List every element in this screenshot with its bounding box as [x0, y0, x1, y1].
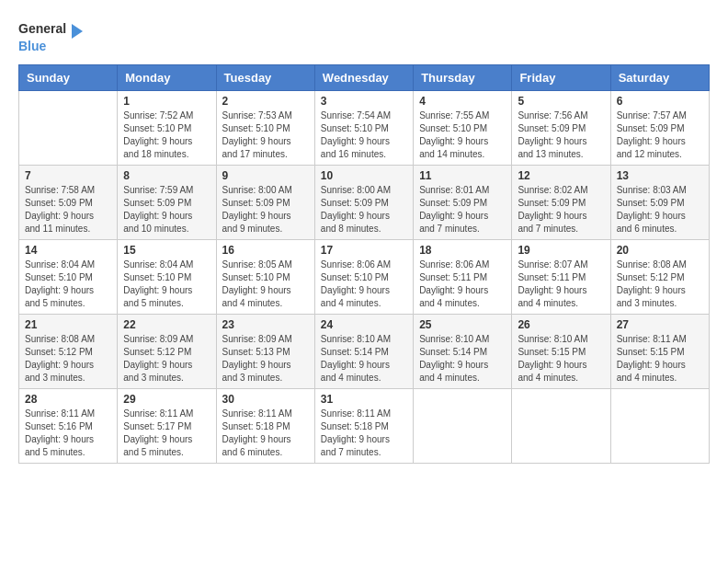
header-wednesday: Wednesday — [314, 65, 413, 91]
day-number: 21 — [25, 318, 111, 331]
calendar-cell-w4-d2: 22Sunrise: 8:09 AMSunset: 5:12 PMDayligh… — [118, 315, 216, 389]
day-number: 18 — [419, 244, 506, 257]
day-number: 16 — [222, 244, 309, 257]
header-friday: Friday — [512, 65, 610, 91]
day-number: 4 — [419, 95, 506, 108]
svg-marker-1 — [72, 24, 83, 39]
day-info: Sunrise: 8:08 AMSunset: 5:12 PMDaylight:… — [617, 259, 703, 310]
day-number: 15 — [123, 244, 210, 257]
day-info: Sunrise: 8:00 AMSunset: 5:09 PMDaylight:… — [321, 184, 407, 236]
day-number: 25 — [419, 318, 506, 331]
calendar-cell-w5-d5 — [414, 389, 512, 464]
calendar-cell-w3-d4: 17Sunrise: 8:06 AMSunset: 5:10 PMDayligh… — [314, 240, 413, 315]
calendar-cell-w1-d5: 4Sunrise: 7:55 AMSunset: 5:10 PMDaylight… — [414, 91, 512, 166]
day-info: Sunrise: 8:11 AMSunset: 5:18 PMDaylight:… — [321, 408, 407, 459]
page-header: GeneralBlue — [18, 18, 710, 55]
calendar-cell-w5-d6 — [512, 389, 610, 464]
day-info: Sunrise: 7:54 AMSunset: 5:10 PMDaylight:… — [321, 109, 407, 161]
day-number: 11 — [419, 169, 506, 182]
day-info: Sunrise: 8:03 AMSunset: 5:09 PMDaylight:… — [617, 184, 703, 236]
calendar-cell-w2-d4: 10Sunrise: 8:00 AMSunset: 5:09 PMDayligh… — [314, 166, 413, 240]
calendar-cell-w1-d3: 2Sunrise: 7:53 AMSunset: 5:10 PMDaylight… — [216, 91, 314, 166]
day-number: 17 — [321, 244, 407, 257]
day-number: 5 — [518, 95, 604, 108]
calendar-cell-w3-d1: 14Sunrise: 8:04 AMSunset: 5:10 PMDayligh… — [19, 240, 118, 315]
calendar-cell-w5-d1: 28Sunrise: 8:11 AMSunset: 5:16 PMDayligh… — [19, 389, 118, 464]
day-number: 27 — [617, 318, 703, 331]
day-number: 31 — [321, 393, 407, 406]
day-info: Sunrise: 8:05 AMSunset: 5:10 PMDaylight:… — [222, 259, 309, 310]
day-number: 14 — [25, 244, 111, 257]
day-number: 12 — [518, 169, 604, 182]
day-info: Sunrise: 8:06 AMSunset: 5:11 PMDaylight:… — [419, 259, 506, 310]
logo: GeneralBlue — [18, 18, 92, 55]
logo-svg: GeneralBlue — [18, 18, 92, 55]
calendar-cell-w5-d7 — [610, 389, 709, 464]
svg-text:General: General — [18, 21, 66, 36]
day-number: 30 — [222, 393, 309, 406]
calendar-cell-w4-d3: 23Sunrise: 8:09 AMSunset: 5:13 PMDayligh… — [216, 315, 314, 389]
day-info: Sunrise: 8:00 AMSunset: 5:09 PMDaylight:… — [222, 184, 309, 236]
calendar-cell-w2-d5: 11Sunrise: 8:01 AMSunset: 5:09 PMDayligh… — [414, 166, 512, 240]
calendar-cell-w1-d7: 6Sunrise: 7:57 AMSunset: 5:09 PMDaylight… — [610, 91, 709, 166]
calendar-cell-w3-d5: 18Sunrise: 8:06 AMSunset: 5:11 PMDayligh… — [414, 240, 512, 315]
day-info: Sunrise: 7:55 AMSunset: 5:10 PMDaylight:… — [419, 109, 506, 161]
day-number: 1 — [123, 95, 210, 108]
day-info: Sunrise: 8:06 AMSunset: 5:10 PMDaylight:… — [321, 259, 407, 310]
header-sunday: Sunday — [19, 65, 118, 91]
day-info: Sunrise: 8:07 AMSunset: 5:11 PMDaylight:… — [518, 259, 604, 310]
day-info: Sunrise: 7:58 AMSunset: 5:09 PMDaylight:… — [25, 184, 111, 236]
day-info: Sunrise: 8:04 AMSunset: 5:10 PMDaylight:… — [123, 259, 210, 310]
calendar-cell-w3-d3: 16Sunrise: 8:05 AMSunset: 5:10 PMDayligh… — [216, 240, 314, 315]
calendar-cell-w2-d1: 7Sunrise: 7:58 AMSunset: 5:09 PMDaylight… — [19, 166, 118, 240]
calendar-week-3: 14Sunrise: 8:04 AMSunset: 5:10 PMDayligh… — [19, 240, 710, 315]
day-info: Sunrise: 7:56 AMSunset: 5:09 PMDaylight:… — [518, 109, 604, 161]
day-number: 24 — [321, 318, 407, 331]
calendar-cell-w2-d6: 12Sunrise: 8:02 AMSunset: 5:09 PMDayligh… — [512, 166, 610, 240]
calendar-cell-w2-d7: 13Sunrise: 8:03 AMSunset: 5:09 PMDayligh… — [610, 166, 709, 240]
calendar-header-row: SundayMondayTuesdayWednesdayThursdayFrid… — [19, 65, 710, 91]
calendar-cell-w1-d1 — [19, 91, 118, 166]
day-number: 2 — [222, 95, 309, 108]
day-number: 13 — [617, 169, 703, 182]
calendar-week-2: 7Sunrise: 7:58 AMSunset: 5:09 PMDaylight… — [19, 166, 710, 240]
day-info: Sunrise: 8:02 AMSunset: 5:09 PMDaylight:… — [518, 184, 604, 236]
svg-text:Blue: Blue — [18, 39, 47, 53]
day-number: 6 — [617, 95, 703, 108]
day-info: Sunrise: 8:11 AMSunset: 5:17 PMDaylight:… — [123, 408, 210, 459]
header-monday: Monday — [118, 65, 216, 91]
day-number: 20 — [617, 244, 703, 257]
day-number: 22 — [123, 318, 210, 331]
calendar-week-4: 21Sunrise: 8:08 AMSunset: 5:12 PMDayligh… — [19, 315, 710, 389]
header-thursday: Thursday — [414, 65, 512, 91]
header-tuesday: Tuesday — [216, 65, 314, 91]
day-number: 26 — [518, 318, 604, 331]
day-info: Sunrise: 8:09 AMSunset: 5:12 PMDaylight:… — [123, 333, 210, 385]
day-number: 28 — [25, 393, 111, 406]
calendar-cell-w1-d4: 3Sunrise: 7:54 AMSunset: 5:10 PMDaylight… — [314, 91, 413, 166]
calendar-cell-w3-d6: 19Sunrise: 8:07 AMSunset: 5:11 PMDayligh… — [512, 240, 610, 315]
calendar-cell-w4-d5: 25Sunrise: 8:10 AMSunset: 5:14 PMDayligh… — [414, 315, 512, 389]
day-info: Sunrise: 7:59 AMSunset: 5:09 PMDaylight:… — [123, 184, 210, 236]
calendar-week-1: 1Sunrise: 7:52 AMSunset: 5:10 PMDaylight… — [19, 91, 710, 166]
day-info: Sunrise: 8:11 AMSunset: 5:18 PMDaylight:… — [222, 408, 309, 459]
calendar-cell-w2-d3: 9Sunrise: 8:00 AMSunset: 5:09 PMDaylight… — [216, 166, 314, 240]
calendar-cell-w3-d2: 15Sunrise: 8:04 AMSunset: 5:10 PMDayligh… — [118, 240, 216, 315]
day-number: 8 — [123, 169, 210, 182]
calendar-cell-w3-d7: 20Sunrise: 8:08 AMSunset: 5:12 PMDayligh… — [610, 240, 709, 315]
calendar-cell-w1-d2: 1Sunrise: 7:52 AMSunset: 5:10 PMDaylight… — [118, 91, 216, 166]
calendar-cell-w5-d2: 29Sunrise: 8:11 AMSunset: 5:17 PMDayligh… — [118, 389, 216, 464]
day-number: 3 — [321, 95, 407, 108]
day-number: 23 — [222, 318, 309, 331]
day-info: Sunrise: 8:09 AMSunset: 5:13 PMDaylight:… — [222, 333, 309, 385]
calendar-cell-w4-d1: 21Sunrise: 8:08 AMSunset: 5:12 PMDayligh… — [19, 315, 118, 389]
day-info: Sunrise: 7:57 AMSunset: 5:09 PMDaylight:… — [617, 109, 703, 161]
day-info: Sunrise: 8:11 AMSunset: 5:15 PMDaylight:… — [617, 333, 703, 385]
calendar-cell-w4-d6: 26Sunrise: 8:10 AMSunset: 5:15 PMDayligh… — [512, 315, 610, 389]
calendar-cell-w1-d6: 5Sunrise: 7:56 AMSunset: 5:09 PMDaylight… — [512, 91, 610, 166]
calendar-cell-w2-d2: 8Sunrise: 7:59 AMSunset: 5:09 PMDaylight… — [118, 166, 216, 240]
header-saturday: Saturday — [610, 65, 709, 91]
day-number: 10 — [321, 169, 407, 182]
calendar-cell-w5-d4: 31Sunrise: 8:11 AMSunset: 5:18 PMDayligh… — [314, 389, 413, 464]
day-info: Sunrise: 7:53 AMSunset: 5:10 PMDaylight:… — [222, 109, 309, 161]
